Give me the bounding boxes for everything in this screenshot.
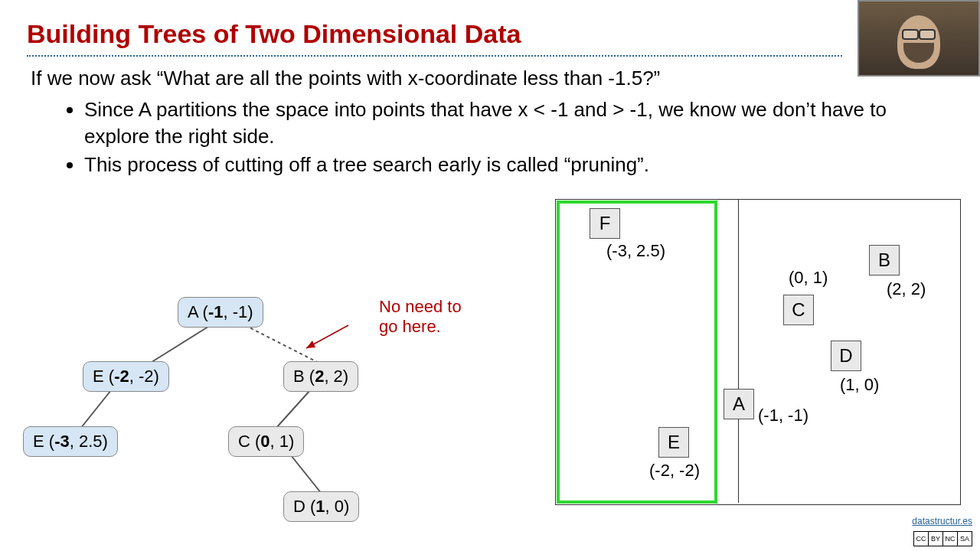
body-text: If we now ask “What are all the points w… <box>31 65 934 180</box>
point-b-label: (2, 2) <box>887 279 926 299</box>
svg-marker-6 <box>306 341 315 348</box>
point-c-label: (0, 1) <box>789 268 828 288</box>
tree-node-e1: E (-2, -2) <box>83 361 169 392</box>
slide-title: Building Trees of Two Dimensional Data <box>27 19 521 49</box>
point-b-box: B <box>869 245 900 276</box>
svg-line-3 <box>276 390 310 429</box>
tree-node-c: C (0, 1) <box>228 426 304 457</box>
bullet-1: Since A partitions the space into points… <box>84 96 934 150</box>
svg-line-0 <box>149 325 211 364</box>
svg-line-2 <box>245 325 320 364</box>
svg-line-4 <box>291 455 322 494</box>
point-f-label: (-3, 2.5) <box>606 241 665 261</box>
tree-node-e2: E (-3, 2.5) <box>23 426 118 457</box>
tree-node-d: D (1, 0) <box>283 491 359 522</box>
point-c-box: C <box>783 295 814 325</box>
partition-line <box>738 200 739 503</box>
point-a-label: (-1, -1) <box>758 406 808 425</box>
svg-line-1 <box>80 390 111 429</box>
cc-badge: CC BY NC SA <box>914 531 972 546</box>
tree-node-b: B (2, 2) <box>283 361 358 392</box>
presenter-webcam <box>858 0 980 77</box>
title-underline <box>27 55 842 57</box>
point-e-label: (-2, -2) <box>649 461 700 481</box>
tree-node-a: A (-1, -1) <box>178 297 263 328</box>
footer-link[interactable]: datastructur.es <box>912 516 972 527</box>
point-d-box: D <box>831 341 861 371</box>
svg-line-5 <box>306 325 348 348</box>
slide: Building Trees of Two Dimensional Data I… <box>0 0 980 551</box>
point-f-box: F <box>590 208 620 239</box>
bullet-2: This process of cutting off a tree searc… <box>84 152 934 178</box>
point-e-box: E <box>658 427 689 458</box>
intro-line: If we now ask “What are all the points w… <box>31 65 934 92</box>
annotation-no-need: No need to go here. <box>379 297 462 337</box>
point-d-label: (1, 0) <box>840 375 879 395</box>
point-a-box: A <box>724 389 754 419</box>
